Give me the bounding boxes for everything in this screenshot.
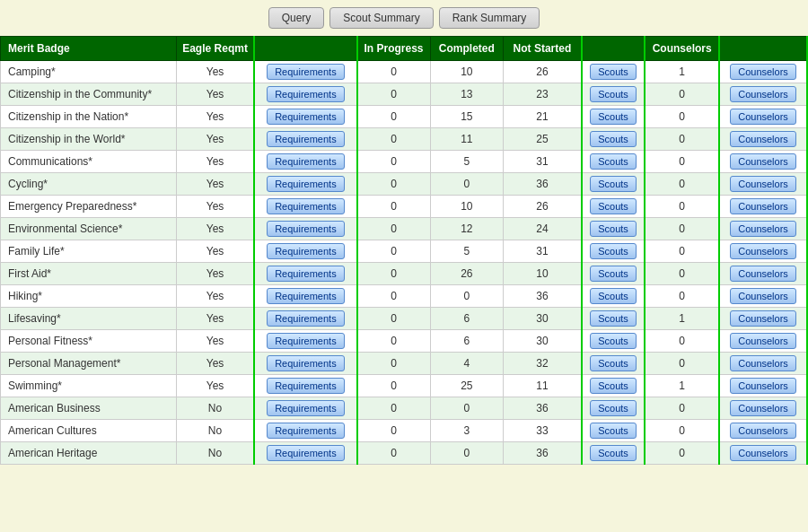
cell-req-btn[interactable]: Requirements <box>254 128 356 151</box>
cell-scouts-btn[interactable]: Scouts <box>582 83 646 106</box>
cell-counselors-btn[interactable]: Counselors <box>719 83 807 106</box>
cell-req-btn[interactable]: Requirements <box>254 173 356 196</box>
counselors-button[interactable]: Counselors <box>730 198 796 214</box>
requirements-button[interactable]: Requirements <box>267 310 344 327</box>
cell-counselors-btn[interactable]: Counselors <box>719 61 807 83</box>
scouts-button[interactable]: Scouts <box>590 64 637 80</box>
cell-scouts-btn[interactable]: Scouts <box>582 240 646 263</box>
cell-scouts-btn[interactable]: Scouts <box>582 106 646 128</box>
query-button[interactable]: Query <box>268 7 325 29</box>
scouts-button[interactable]: Scouts <box>590 221 637 237</box>
requirements-button[interactable]: Requirements <box>267 266 344 282</box>
cell-counselors-btn[interactable]: Counselors <box>719 128 807 151</box>
scouts-button[interactable]: Scouts <box>590 86 637 102</box>
cell-scouts-btn[interactable]: Scouts <box>582 442 646 465</box>
counselors-button[interactable]: Counselors <box>730 86 796 102</box>
scouts-button[interactable]: Scouts <box>590 176 637 192</box>
requirements-button[interactable]: Requirements <box>267 176 344 192</box>
scouts-button[interactable]: Scouts <box>590 400 637 416</box>
cell-req-btn[interactable]: Requirements <box>254 83 356 106</box>
cell-counselors-btn[interactable]: Counselors <box>719 240 807 263</box>
cell-req-btn[interactable]: Requirements <box>254 420 356 442</box>
cell-counselors-btn[interactable]: Counselors <box>719 173 807 196</box>
cell-counselors-btn[interactable]: Counselors <box>719 397 807 420</box>
cell-counselors-btn[interactable]: Counselors <box>719 263 807 285</box>
cell-req-btn[interactable]: Requirements <box>254 442 356 465</box>
cell-req-btn[interactable]: Requirements <box>254 353 356 375</box>
cell-req-btn[interactable]: Requirements <box>254 106 356 128</box>
cell-scouts-btn[interactable]: Scouts <box>582 61 646 83</box>
counselors-button[interactable]: Counselors <box>730 400 796 416</box>
cell-req-btn[interactable]: Requirements <box>254 240 356 263</box>
cell-scouts-btn[interactable]: Scouts <box>582 308 646 330</box>
cell-counselors-btn[interactable]: Counselors <box>719 218 807 240</box>
cell-req-btn[interactable]: Requirements <box>254 285 356 308</box>
cell-counselors-btn[interactable]: Counselors <box>719 330 807 353</box>
cell-scouts-btn[interactable]: Scouts <box>582 420 646 442</box>
scouts-button[interactable]: Scouts <box>590 266 637 282</box>
requirements-button[interactable]: Requirements <box>267 86 344 102</box>
requirements-button[interactable]: Requirements <box>267 64 344 80</box>
cell-req-btn[interactable]: Requirements <box>254 330 356 353</box>
cell-req-btn[interactable]: Requirements <box>254 397 356 420</box>
cell-counselors-btn[interactable]: Counselors <box>719 285 807 308</box>
counselors-button[interactable]: Counselors <box>730 355 796 371</box>
cell-scouts-btn[interactable]: Scouts <box>582 151 646 173</box>
cell-scouts-btn[interactable]: Scouts <box>582 263 646 285</box>
counselors-button[interactable]: Counselors <box>730 64 796 80</box>
scouts-button[interactable]: Scouts <box>590 243 637 259</box>
requirements-button[interactable]: Requirements <box>267 243 344 259</box>
counselors-button[interactable]: Counselors <box>730 109 796 125</box>
cell-counselors-btn[interactable]: Counselors <box>719 308 807 330</box>
counselors-button[interactable]: Counselors <box>730 378 796 394</box>
requirements-button[interactable]: Requirements <box>267 333 344 349</box>
requirements-button[interactable]: Requirements <box>267 131 344 147</box>
cell-req-btn[interactable]: Requirements <box>254 218 356 240</box>
cell-scouts-btn[interactable]: Scouts <box>582 173 646 196</box>
cell-counselors-btn[interactable]: Counselors <box>719 106 807 128</box>
requirements-button[interactable]: Requirements <box>267 423 344 439</box>
counselors-button[interactable]: Counselors <box>730 445 796 461</box>
scouts-button[interactable]: Scouts <box>590 333 637 349</box>
cell-scouts-btn[interactable]: Scouts <box>582 397 646 420</box>
counselors-button[interactable]: Counselors <box>730 333 796 349</box>
scouts-button[interactable]: Scouts <box>590 378 637 394</box>
cell-req-btn[interactable]: Requirements <box>254 61 356 83</box>
requirements-button[interactable]: Requirements <box>267 153 344 170</box>
requirements-button[interactable]: Requirements <box>267 400 344 416</box>
requirements-button[interactable]: Requirements <box>267 445 344 461</box>
cell-scouts-btn[interactable]: Scouts <box>582 330 646 353</box>
counselors-button[interactable]: Counselors <box>730 176 796 192</box>
cell-scouts-btn[interactable]: Scouts <box>582 353 646 375</box>
scouts-button[interactable]: Scouts <box>590 423 637 439</box>
cell-counselors-btn[interactable]: Counselors <box>719 353 807 375</box>
counselors-button[interactable]: Counselors <box>730 423 796 439</box>
scouts-button[interactable]: Scouts <box>590 310 637 327</box>
scouts-button[interactable]: Scouts <box>590 445 637 461</box>
cell-counselors-btn[interactable]: Counselors <box>719 151 807 173</box>
counselors-button[interactable]: Counselors <box>730 288 796 304</box>
cell-req-btn[interactable]: Requirements <box>254 196 356 218</box>
cell-scouts-btn[interactable]: Scouts <box>582 218 646 240</box>
cell-req-btn[interactable]: Requirements <box>254 263 356 285</box>
cell-req-btn[interactable]: Requirements <box>254 308 356 330</box>
cell-scouts-btn[interactable]: Scouts <box>582 375 646 397</box>
rank-summary-button[interactable]: Rank Summary <box>439 7 540 29</box>
counselors-button[interactable]: Counselors <box>730 221 796 237</box>
cell-scouts-btn[interactable]: Scouts <box>582 128 646 151</box>
counselors-button[interactable]: Counselors <box>730 153 796 170</box>
cell-req-btn[interactable]: Requirements <box>254 375 356 397</box>
counselors-button[interactable]: Counselors <box>730 310 796 327</box>
cell-scouts-btn[interactable]: Scouts <box>582 285 646 308</box>
requirements-button[interactable]: Requirements <box>267 198 344 214</box>
requirements-button[interactable]: Requirements <box>267 221 344 237</box>
scouts-button[interactable]: Scouts <box>590 109 637 125</box>
scouts-button[interactable]: Scouts <box>590 153 637 170</box>
requirements-button[interactable]: Requirements <box>267 355 344 371</box>
counselors-button[interactable]: Counselors <box>730 243 796 259</box>
cell-req-btn[interactable]: Requirements <box>254 151 356 173</box>
requirements-button[interactable]: Requirements <box>267 109 344 125</box>
cell-counselors-btn[interactable]: Counselors <box>719 196 807 218</box>
requirements-button[interactable]: Requirements <box>267 378 344 394</box>
scouts-button[interactable]: Scouts <box>590 355 637 371</box>
